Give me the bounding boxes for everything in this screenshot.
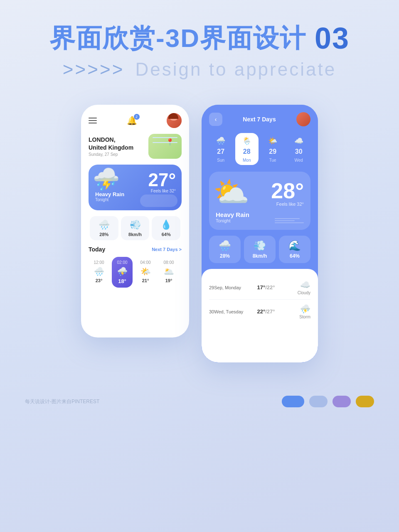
header-number: 03 <box>315 21 350 55</box>
hour-weather-icon: ⛈️ <box>117 266 128 276</box>
wind-stat-icon: 💨 <box>254 240 266 251</box>
header-subtitle: >>>>> Design to appreciate <box>17 59 382 80</box>
forecast-icon-col: ☁️ Cloudy <box>286 280 310 295</box>
phone2-title: Next 7 Days <box>243 116 276 123</box>
phone2-temperature: 28° <box>271 178 304 203</box>
day-icon: 🌨️ <box>216 136 225 145</box>
phone1-header: 🔔 2 <box>89 113 182 128</box>
hour-item-08[interactable]: 08:00 🌥️ 19° <box>158 257 179 288</box>
day-icon: ☁️ <box>294 136 303 145</box>
forecast-weather-icon: ☁️ <box>300 280 310 290</box>
footer: 每天说设计-图片来自PINTEREST <box>0 387 399 424</box>
hour-item-04[interactable]: 04:00 🌤️ 21° <box>135 257 156 288</box>
weather-label: Heavy Rain Tonight <box>95 191 124 202</box>
forecast-row-tuesday: 30Wed, Tuesday 22°/27° ⛈️ Storm <box>209 300 310 323</box>
swatch-light-blue <box>309 396 328 407</box>
header: 界面欣赏-3D界面设计 03 >>>>> Design to appreciat… <box>0 0 399 88</box>
rain-value: 28% <box>99 232 108 237</box>
hour-temp: 21° <box>142 278 149 283</box>
subtitle-text: Design to appreciate <box>135 59 337 79</box>
swatch-purple <box>332 396 351 407</box>
hour-item-12[interactable]: 12:00 🌧️ 23° <box>89 257 109 288</box>
phone-1-white: 🔔 2 LONDON,United Kingdom Sunday, 27 Sep… <box>81 105 189 337</box>
day-number: 30 <box>295 148 303 155</box>
wind-stat-value: 8km/h <box>253 253 267 259</box>
rain-stat-value: 28% <box>220 253 230 259</box>
back-button[interactable]: ‹ <box>209 113 222 126</box>
avatar[interactable] <box>167 113 182 128</box>
hour-weather-icon: 🌧️ <box>94 266 104 276</box>
location-text: LONDON,United Kingdom Sunday, 27 Sep <box>89 136 133 156</box>
city-name: LONDON,United Kingdom <box>89 136 133 151</box>
day-number: 29 <box>269 148 276 155</box>
day-icon: 🌦️ <box>242 136 251 145</box>
hour-item-02[interactable]: 02:00 ⛈️ 18° <box>112 257 133 288</box>
phone2-feels-like: Feels like 32° <box>276 202 304 207</box>
phone2-weather-name: Heavy Rain <box>216 211 249 218</box>
footer-credit: 每天说设计-图片来自PINTEREST <box>25 398 99 405</box>
phone2-top-section: ‹ Next 7 Days 🌨️ 27 Sun 🌦️ 28 Mon � <box>202 105 318 230</box>
map-thumbnail: 📍 <box>148 134 182 159</box>
phone2-header: ‹ Next 7 Days <box>209 112 310 126</box>
color-swatches <box>282 396 374 407</box>
phones-container: 🔔 2 LONDON,United Kingdom Sunday, 27 Sep… <box>0 88 399 387</box>
date-label: Sunday, 27 Sep <box>89 152 133 157</box>
forecast-condition: Cloudy <box>298 291 310 295</box>
phone2-weather-time: Tonight <box>216 218 249 223</box>
back-icon: ‹ <box>215 116 217 123</box>
bell-badge: 2 <box>134 114 140 120</box>
day-selector: 🌨️ 27 Sun 🌦️ 28 Mon 🌤️ 29 Tue ☁️ 30 <box>209 133 310 165</box>
humidity-icon: 💧 <box>160 219 172 230</box>
hour-temp: 19° <box>165 278 172 283</box>
bell-icon[interactable]: 🔔 2 <box>127 116 137 126</box>
phone2-forecast-list: 29Sep, Monday 17°/22° ☁️ Cloudy 30Wed, T… <box>202 269 318 362</box>
hour-time: 04:00 <box>140 260 150 265</box>
day-30-wed[interactable]: ☁️ 30 Wed <box>287 133 311 165</box>
day-27-sun[interactable]: 🌨️ 27 Sun <box>209 133 233 165</box>
wind-icon: 💨 <box>130 219 141 230</box>
day-28-mon[interactable]: 🌦️ 28 Mon <box>235 133 259 165</box>
stat-rain: 🌧️ 28% <box>90 216 118 240</box>
swatch-yellow <box>356 396 374 407</box>
day-name: Sun <box>217 158 224 163</box>
hour-temp: 18° <box>118 278 126 284</box>
weather-time: Tonight <box>95 197 124 202</box>
swatch-blue <box>282 396 304 407</box>
phone2-weather-label: Heavy Rain Tonight <box>216 211 249 223</box>
hamburger-menu-button[interactable] <box>89 118 97 123</box>
hourly-forecast: 12:00 🌧️ 23° 02:00 ⛈️ 18° 04:00 🌤️ 21° 0… <box>89 257 182 288</box>
forecast-condition: Storm <box>299 315 310 319</box>
rain-icon: 🌧️ <box>99 219 110 230</box>
phone2-avatar[interactable] <box>296 112 310 126</box>
phone-2-blue: ‹ Next 7 Days 🌨️ 27 Sun 🌦️ 28 Mon � <box>202 105 318 362</box>
wave-decoration <box>275 218 304 223</box>
wind-value: 8km/h <box>128 232 142 237</box>
rain-stat-icon: 🌧️ <box>219 240 231 251</box>
hour-weather-icon: 🌤️ <box>140 266 151 276</box>
today-label: Today <box>89 246 105 253</box>
temperature-display: 27° <box>148 170 176 190</box>
forecast-date: 30Wed, Tuesday <box>209 309 246 314</box>
map-pin-icon: 📍 <box>166 138 174 146</box>
stat-humidity: 💧 64% <box>152 216 180 240</box>
main-title: 界面欣赏-3D界面设计 <box>49 21 306 56</box>
hour-weather-icon: 🌥️ <box>164 266 174 276</box>
day-number: 28 <box>243 148 251 155</box>
phone2-stat-wind: 💨 8km/h <box>244 236 276 263</box>
day-name: Wed <box>295 158 303 163</box>
phone2-stat-humidity: 🌊 64% <box>279 236 310 263</box>
humidity-stat-value: 64% <box>290 253 300 259</box>
next7-link[interactable]: Next 7 Days > <box>152 247 182 252</box>
hour-time: 12:00 <box>94 260 104 265</box>
humidity-value: 64% <box>162 232 171 237</box>
day-name: Mon <box>243 158 251 163</box>
phone2-weather-card: ⛅ 28° Feels like 32° Heavy Rain Tonight <box>209 172 310 230</box>
stats-row: 🌧️ 28% 💨 8km/h 💧 64% <box>89 216 182 240</box>
day-29-tue[interactable]: 🌤️ 29 Tue <box>261 133 285 165</box>
hour-time: 02:00 <box>117 260 127 265</box>
forecast-weather-icon: ⛈️ <box>300 304 310 314</box>
humidity-stat-icon: 🌊 <box>288 240 301 251</box>
weather-card: ⛈️ 27° Feels like 32° Heavy Rain Tonight <box>89 165 182 210</box>
forecast-date: 29Sep, Monday <box>209 285 246 290</box>
feels-like-label: Feels like 32° <box>151 189 176 193</box>
